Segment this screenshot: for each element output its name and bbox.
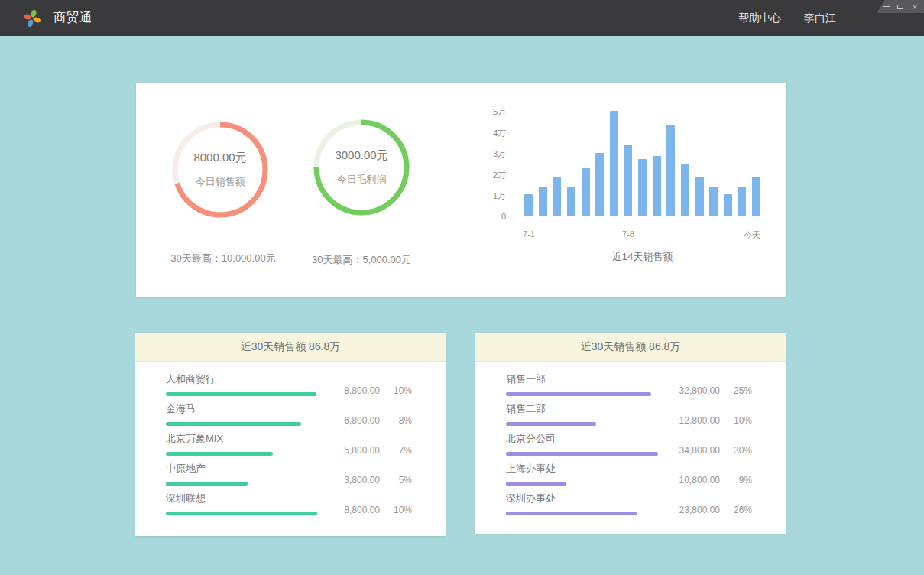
bar-chart-bars	[524, 111, 760, 216]
customer-bar	[166, 452, 273, 456]
customer-percent: 7%	[380, 445, 412, 456]
department-name: 上海办事处	[506, 462, 666, 476]
y-tick: 3万	[493, 148, 506, 160]
customer-ranking-list: 人和商贸行 8,800.00 10% 金海马 6,800.00	[135, 362, 446, 515]
customer-amount: 6,800.00	[344, 415, 380, 426]
customer-name: 金海马	[166, 402, 326, 416]
bar	[524, 194, 533, 216]
today-profit-value: 3000.00元	[335, 148, 387, 163]
list-item: 人和商贸行 8,800.00 10%	[166, 366, 412, 396]
today-overview-card: 8000.00元 今日销售额 30天最高：10,000.00元 3000.00元…	[136, 83, 786, 297]
department-percent: 9%	[720, 475, 752, 486]
department-name: 北京分公司	[506, 432, 666, 446]
department-name: 销售二部	[506, 402, 666, 416]
department-name: 销售一部	[506, 372, 666, 386]
department-bar	[506, 392, 651, 396]
department-percent: 10%	[720, 415, 752, 426]
bar	[595, 153, 604, 216]
bar-chart-y-axis: 5万 4万 3万 2万 1万 0	[466, 106, 506, 221]
department-ranking-title: 近30天销售额 86.8万	[475, 333, 786, 362]
list-item: 销售二部 12,800.00 10%	[506, 396, 752, 426]
department-name: 深圳办事处	[506, 492, 666, 505]
list-item: 上海办事处 10,800.00 9%	[506, 456, 752, 486]
list-item: 北京万象MIX 5,800.00 7%	[166, 426, 412, 456]
help-center-link[interactable]: 帮助中心	[738, 11, 781, 25]
department-ranking-card: 近30天销售额 86.8万 销售一部 32,800.00 25% 销售二部	[475, 333, 786, 534]
app-title: 商贸通	[53, 10, 92, 26]
y-tick: 1万	[493, 190, 506, 202]
today-sales-label: 今日销售额	[196, 175, 245, 189]
bar	[553, 177, 561, 216]
department-ranking-list: 销售一部 32,800.00 25% 销售二部 12,800.00	[475, 362, 786, 515]
bar	[695, 177, 704, 216]
customer-percent: 10%	[380, 505, 412, 515]
customer-name: 人和商贸行	[166, 372, 326, 386]
customer-amount: 8,800.00	[344, 505, 380, 515]
user-name-link[interactable]: 李白江	[804, 11, 836, 25]
list-item: 北京分公司 34,800.00 30%	[506, 426, 752, 456]
x-tick: 7-1	[523, 229, 535, 239]
bar	[624, 145, 632, 216]
y-tick: 2万	[493, 170, 506, 181]
customer-bar	[166, 482, 248, 486]
customer-bar	[166, 422, 301, 426]
list-item: 深圳办事处 23,800.00 26%	[506, 486, 752, 515]
bar	[738, 187, 746, 216]
bar	[724, 194, 732, 216]
list-item: 金海马 6,800.00 8%	[166, 396, 412, 426]
department-bar	[506, 482, 566, 486]
bar	[539, 187, 547, 216]
x-tick: 今天	[744, 229, 760, 241]
department-amount: 12,800.00	[679, 415, 720, 426]
bar	[681, 164, 689, 216]
bar	[567, 187, 575, 216]
minimize-button[interactable]	[882, 2, 890, 11]
department-bar	[506, 422, 596, 426]
bar	[709, 187, 718, 216]
window-controls: ×	[877, 0, 924, 13]
customer-amount: 3,800.00	[344, 475, 380, 486]
y-tick: 4万	[493, 128, 506, 139]
department-bar	[506, 452, 658, 456]
customer-ranking-title: 近30天销售额 86.8万	[135, 333, 446, 362]
department-amount: 32,800.00	[679, 385, 720, 396]
maximize-button[interactable]	[896, 2, 904, 11]
today-profit-label: 今日毛利润	[337, 173, 387, 187]
today-profit-donut: 3000.00元 今日毛利润	[313, 119, 410, 216]
x-tick: 7-8	[622, 229, 634, 239]
customer-name: 北京万象MIX	[166, 432, 326, 446]
app-window: 商贸通 帮助中心 李白江 × 8000.00元 今日销售额 3	[0, 0, 924, 575]
bar	[653, 156, 661, 216]
customer-percent: 10%	[380, 385, 412, 396]
department-bar	[506, 512, 637, 515]
title-bar: 商贸通 帮助中心 李白江 ×	[0, 0, 924, 36]
bar-chart-x-axis: 7-1 7-8 今天	[524, 229, 760, 240]
customer-amount: 5,800.00	[344, 445, 380, 456]
y-tick: 0	[501, 212, 506, 221]
customer-percent: 5%	[380, 475, 412, 486]
bar	[582, 168, 590, 216]
customer-bar	[166, 392, 316, 396]
department-percent: 26%	[720, 505, 752, 515]
department-amount: 10,800.00	[679, 475, 720, 486]
app-logo-icon	[21, 8, 43, 29]
close-button[interactable]: ×	[911, 2, 919, 11]
list-item: 销售一部 32,800.00 25%	[506, 366, 752, 396]
y-tick: 5万	[493, 106, 506, 118]
bar-chart-title: 近14天销售额	[524, 250, 760, 264]
bar	[638, 159, 647, 216]
department-percent: 30%	[720, 445, 752, 456]
customer-name: 中原地产	[166, 462, 326, 476]
today-sales-donut: 8000.00元 今日销售额	[172, 122, 268, 218]
list-item: 深圳联想 8,800.00 10%	[166, 486, 412, 515]
list-item: 中原地产 3,800.00 5%	[166, 456, 412, 486]
header-nav: 帮助中心 李白江	[738, 11, 836, 25]
profit-30d-max-caption: 30天最高：5,000.00元	[277, 253, 446, 267]
department-amount: 34,800.00	[679, 445, 720, 456]
customer-ranking-card: 近30天销售额 86.8万 人和商贸行 8,800.00 10% 金海马	[135, 333, 446, 536]
customer-percent: 8%	[380, 415, 412, 426]
bar	[610, 111, 618, 216]
customer-amount: 8,800.00	[344, 385, 380, 396]
bar	[666, 125, 675, 216]
department-amount: 23,800.00	[679, 505, 720, 515]
